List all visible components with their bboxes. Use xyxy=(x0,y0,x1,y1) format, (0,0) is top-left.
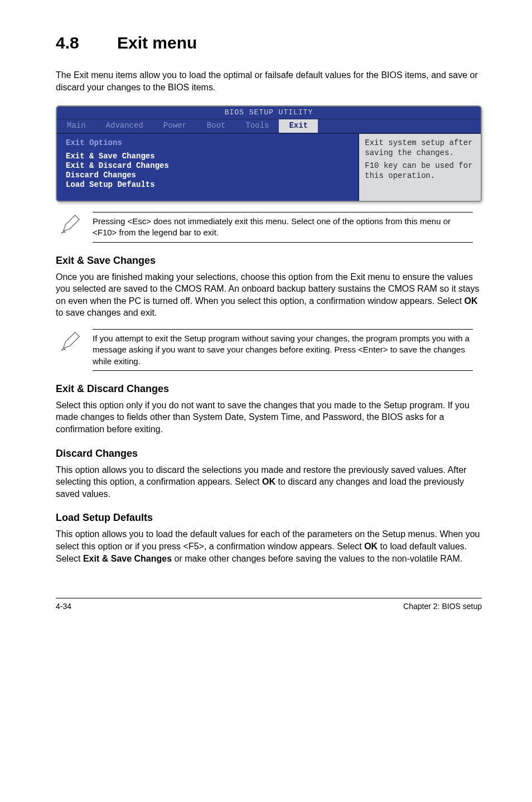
section-title-text: Exit menu xyxy=(117,33,197,52)
bios-right-pane: Exit system setup after saving the chang… xyxy=(359,134,481,201)
heading-exit-discard: Exit & Discard Changes xyxy=(56,383,482,395)
ok-bold: OK xyxy=(262,477,275,486)
paragraph-load-defaults: This option allows you to load the defau… xyxy=(56,528,482,564)
paragraph-exit-discard: Select this option only if you do not wa… xyxy=(56,399,482,436)
pencil-icon xyxy=(60,330,83,354)
ok-bold: OK xyxy=(465,296,478,306)
bios-tab-boot: Boot xyxy=(197,119,236,133)
text-segment: to save changes and exit. xyxy=(56,308,157,317)
bios-help-line1: Exit system setup after saving the chang… xyxy=(365,138,475,158)
bios-tab-power: Power xyxy=(153,119,197,133)
note-block-1: Pressing <Esc> does not immediately exit… xyxy=(60,212,473,243)
heading-exit-save: Exit & Save Changes xyxy=(56,255,482,267)
bios-tab-tools: Tools xyxy=(235,119,279,133)
footer-page-number: 4-34 xyxy=(56,602,71,611)
page-footer: 4-34 Chapter 2: BIOS setup xyxy=(56,598,482,611)
bios-left-pane: Exit Options Exit & Save Changes Exit & … xyxy=(57,134,359,201)
intro-paragraph: The Exit menu items allow you to load th… xyxy=(56,69,482,93)
heading-discard: Discard Changes xyxy=(56,448,482,460)
bios-item-exit-discard: Exit & Discard Changes xyxy=(66,161,349,171)
text-segment: Once you are finished making your select… xyxy=(56,272,479,306)
bios-item-exit-save: Exit & Save Changes xyxy=(66,152,349,161)
section-number: 4.8 xyxy=(56,33,117,52)
section-heading: 4.8Exit menu xyxy=(56,33,482,52)
paragraph-discard: This option allows you to discard the se… xyxy=(56,464,482,500)
ok-bold: OK xyxy=(364,542,378,551)
text-segment: or make other changes before saving the … xyxy=(172,554,462,563)
bios-tab-advanced: Advanced xyxy=(96,119,153,133)
heading-load-defaults: Load Setup Defaults xyxy=(56,512,482,524)
bios-titlebar: BIOS SETUP UTILITY xyxy=(57,107,481,119)
bios-tab-main: Main xyxy=(57,119,96,133)
note-block-2: If you attempt to exit the Setup program… xyxy=(60,329,473,371)
note-text-2: If you attempt to exit the Setup program… xyxy=(93,329,473,371)
footer-chapter: Chapter 2: BIOS setup xyxy=(403,602,482,611)
bios-item-load-defaults: Load Setup Defaults xyxy=(66,180,349,190)
bios-body: Exit Options Exit & Save Changes Exit & … xyxy=(57,134,481,201)
exit-save-bold: Exit & Save Changes xyxy=(83,554,172,563)
bios-tab-bar: Main Advanced Power Boot Tools Exit xyxy=(57,119,481,134)
bios-left-heading: Exit Options xyxy=(66,138,349,147)
note-text-1: Pressing <Esc> does not immediately exit… xyxy=(93,212,473,243)
pencil-icon xyxy=(60,213,83,236)
paragraph-exit-save: Once you are finished making your select… xyxy=(56,271,482,319)
bios-help-line2: F10 key can be used for this operation. xyxy=(365,161,475,181)
bios-tab-exit: Exit xyxy=(279,119,318,133)
bios-item-discard: Discard Changes xyxy=(66,171,349,180)
bios-screenshot: BIOS SETUP UTILITY Main Advanced Power B… xyxy=(56,105,482,202)
